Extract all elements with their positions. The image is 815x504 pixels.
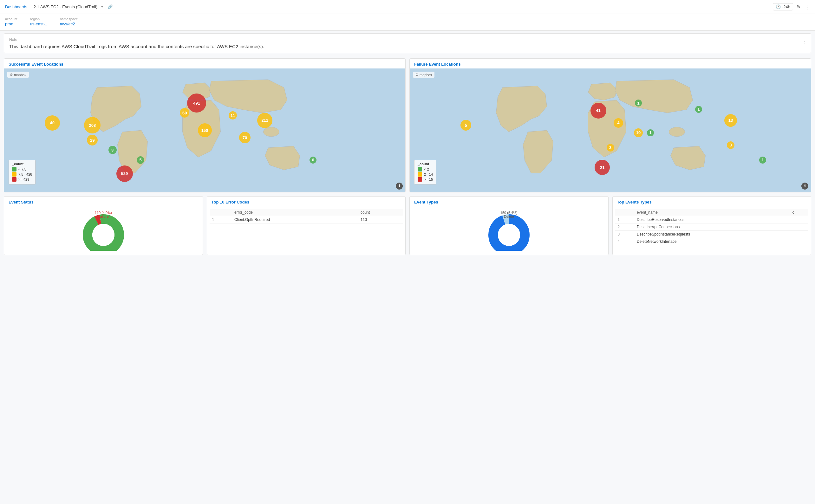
top-event-types-table: event_name c 1 DescribeReservedInstances…: [615, 209, 809, 245]
clock-icon: 🕐: [776, 4, 781, 9]
top-errors-title: Top 10 Error Codes: [207, 197, 405, 206]
failure-legend-label-2: 2 - 14: [424, 172, 433, 176]
breadcrumb-dashboards[interactable]: Dashboards: [5, 4, 27, 9]
mapbox-label-success: ⊙ mapbox: [7, 72, 29, 78]
event-row-num-2: 2: [615, 223, 634, 231]
time-range-control[interactable]: 🕐 -24h: [773, 3, 793, 10]
failure-legend-color-2: [418, 172, 422, 177]
top-errors-col-code: error_code: [232, 209, 358, 216]
failure-map-info-button[interactable]: ℹ: [801, 183, 808, 190]
filter-account-value[interactable]: prod: [5, 22, 17, 27]
header-more-button[interactable]: ⋮: [804, 3, 810, 10]
bubble-211: 211: [257, 113, 272, 128]
success-legend-color-1: [12, 167, 16, 171]
table-row: 2 DescribeVpnConnections: [615, 223, 809, 231]
header-breadcrumb: Dashboards 2.1 AWS EC2 - Events (CloudTr…: [5, 4, 113, 9]
f-bubble-13: 13: [724, 114, 737, 127]
failure-legend-row-3: >= 15: [418, 177, 433, 182]
top-events-col-num: [615, 209, 634, 216]
success-legend-row-1: < 7.5: [12, 167, 32, 171]
top-errors-table: error_code count 1 Client.OptInRequired …: [210, 209, 403, 223]
svg-point-0: [263, 127, 279, 137]
bubble-29: 29: [87, 135, 98, 145]
svg-point-7: [498, 224, 520, 246]
event-row-name-1: DescribeReservedInstances: [634, 216, 790, 223]
mapbox-text-failure: mapbox: [420, 73, 432, 77]
error-row-count-1: 110: [358, 216, 403, 223]
filters-bar: account prod region us-east-1 namespace …: [0, 14, 815, 31]
panel-event-types: Event Types 150 (5.4%) Delete: [410, 196, 609, 255]
success-map-legend: _count < 7.5 7.5 - 428 >= 429: [9, 160, 36, 184]
panel-failure-body: 5 41 4 10 3 1 1 21 1 13 3 1 ⊙ mapbox: [410, 68, 811, 192]
event-types-donut-wrapper: 150 (5.4%) Delete: [484, 210, 534, 252]
f-bubble-3b: 3: [727, 141, 734, 149]
chevron-down-icon: ▾: [101, 5, 103, 9]
panel-top-errors: Top 10 Error Codes error_code count 1 Cl…: [207, 196, 406, 255]
failure-legend-row-2: 2 - 14: [418, 172, 433, 177]
success-legend-title: _count: [12, 162, 32, 166]
f-bubble-21: 21: [595, 160, 610, 175]
f-bubble-4: 4: [614, 118, 623, 128]
event-row-c-3: [790, 231, 808, 238]
time-range-label: -24h: [782, 4, 790, 9]
link-icon[interactable]: 🔗: [107, 4, 113, 9]
error-row-code-1: Client.OptInRequired: [232, 216, 358, 223]
top-errors-col-num: [210, 209, 232, 216]
note-text: This dashboard requires AWS CloudTrail L…: [9, 44, 806, 49]
event-types-donut-container: 150 (5.4%) Delete: [410, 206, 608, 255]
dashboard-body: Successful Event Locations: [0, 56, 815, 258]
success-map-info-button[interactable]: ℹ: [396, 183, 403, 190]
event-row-c-1: [790, 216, 808, 223]
bubble-11: 11: [229, 111, 237, 120]
success-legend-color-2: [12, 172, 16, 177]
filter-namespace-value[interactable]: aws/ec2: [60, 22, 78, 27]
f-bubble-10: 10: [634, 128, 643, 137]
svg-point-4: [92, 224, 114, 246]
event-row-name-2: DescribeVpnConnections: [634, 223, 790, 231]
note-panel: Note This dashboard requires AWS CloudTr…: [4, 33, 811, 53]
event-row-c-2: [790, 223, 808, 231]
success-legend-label-1: < 7.5: [18, 167, 26, 171]
event-row-num-1: 1: [615, 216, 634, 223]
panel-failure-title: Failure Event Locations: [410, 59, 811, 68]
panel-event-status: Event Status 110 (4.0%) Failure: [4, 196, 203, 255]
failure-label: 110 (4.0%) Failure: [95, 211, 112, 218]
breadcrumb-current-page: 2.1 AWS EC2 - Events (CloudTrail): [34, 4, 97, 9]
bubble-5a: 5: [137, 156, 144, 164]
panel-failure-locations: Failure Event Locations 5 41 4: [410, 58, 811, 192]
bubble-3a: 3: [108, 146, 117, 154]
panel-top-event-types: Top Events Types event_name c 1 Describe…: [612, 196, 812, 255]
svg-point-1: [669, 127, 685, 137]
top-events-col-c: c: [790, 209, 808, 216]
failure-legend-color-3: [418, 177, 422, 182]
mapbox-text-success: mapbox: [14, 73, 26, 77]
filter-namespace-label: namespace: [60, 17, 78, 21]
bubble-40: 40: [45, 115, 60, 131]
event-row-num-3: 3: [615, 231, 634, 238]
filter-region-label: region: [30, 17, 47, 21]
table-row: 1 Client.OptInRequired 110: [210, 216, 403, 223]
panel-successful-body: 40 208 29 3 5 529 60 491 150 11 211 70 6…: [4, 68, 405, 192]
bottom-row: Event Status 110 (4.0%) Failure: [4, 196, 811, 255]
panel-successful-title: Successful Event Locations: [4, 59, 405, 68]
bubble-60: 60: [180, 108, 189, 118]
bubble-529: 529: [116, 165, 133, 182]
filter-account: account prod: [5, 17, 17, 27]
error-row-num-1: 1: [210, 216, 232, 223]
maps-row: Successful Event Locations: [4, 58, 811, 192]
event-status-title: Event Status: [4, 197, 203, 206]
f-bubble-1c: 1: [695, 106, 702, 113]
refresh-button[interactable]: ↻: [797, 4, 800, 9]
event-row-c-4: [790, 238, 808, 245]
filter-namespace: namespace aws/ec2: [60, 17, 78, 27]
event-row-name-3: DescribeSpotInstanceRequests: [634, 231, 790, 238]
note-more-button[interactable]: ⋮: [801, 37, 807, 44]
failure-legend-row-1: < 2: [418, 167, 433, 171]
filter-region-value[interactable]: us-east-1: [30, 22, 47, 27]
f-bubble-41: 41: [591, 103, 606, 119]
success-legend-label-3: >= 429: [18, 178, 29, 181]
mapbox-icon-success: ⊙: [10, 73, 13, 77]
event-types-title: Event Types: [410, 197, 608, 206]
table-row: 4 DeleteNetworkInterface: [615, 238, 809, 245]
top-event-types-body: event_name c 1 DescribeReservedInstances…: [613, 206, 811, 248]
